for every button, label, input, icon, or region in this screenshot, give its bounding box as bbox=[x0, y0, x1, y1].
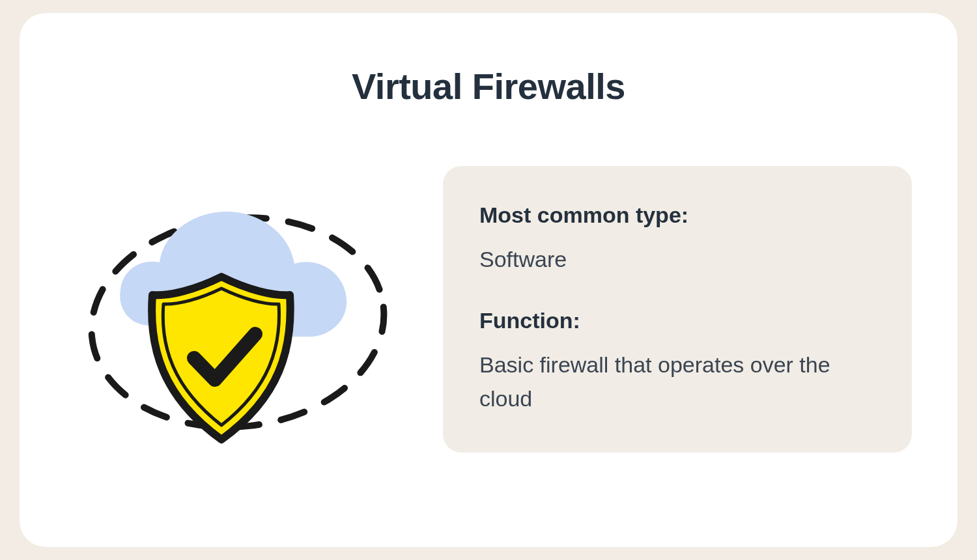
info-box: Most common type: Software Function: Bas… bbox=[443, 166, 912, 453]
card-title: Virtual Firewalls bbox=[65, 65, 912, 107]
card-content: Most common type: Software Function: Bas… bbox=[65, 166, 912, 453]
cloud-shield-check-icon bbox=[65, 173, 404, 446]
type-value: Software bbox=[479, 242, 875, 277]
type-label: Most common type: bbox=[479, 203, 875, 228]
function-label: Function: bbox=[479, 308, 875, 333]
function-value: Basic firewall that operates over the cl… bbox=[479, 348, 875, 416]
info-card: Virtual Firewalls Mos bbox=[20, 13, 957, 547]
